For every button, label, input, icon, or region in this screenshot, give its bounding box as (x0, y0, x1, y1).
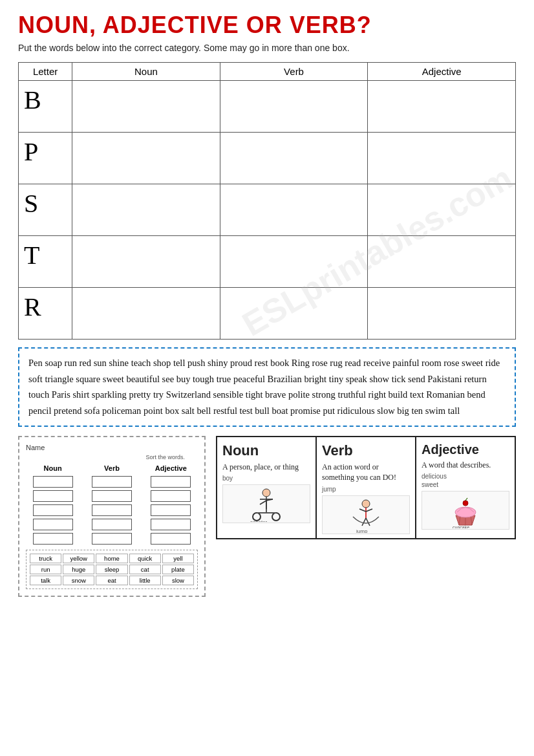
ws-box[interactable] (151, 490, 191, 502)
ws-col-header: Verb (104, 464, 120, 472)
def-noun-desc: A person, place, or thing (222, 462, 310, 473)
ws-box[interactable] (151, 519, 191, 530)
svg-line-14 (362, 518, 366, 526)
ws-box[interactable] (33, 504, 73, 516)
left-worksheet: Name Sort the words. NounVerbAdjective t… (18, 436, 206, 597)
ws-col: Noun (33, 464, 73, 545)
bottom-section: Name Sort the words. NounVerbAdjective t… (18, 436, 516, 597)
def-verb-example: jump (322, 486, 410, 493)
verb-cell[interactable] (220, 184, 368, 236)
ws-word-item: home (96, 554, 127, 563)
col-adjective: Adjective (368, 63, 516, 81)
ws-col-header: Adjective (155, 464, 187, 472)
def-adj-title: Adjective (422, 442, 509, 457)
ws-word-item: yell (162, 554, 194, 563)
verb-cell[interactable] (220, 288, 368, 340)
noun-cell[interactable] (72, 184, 220, 236)
ws-word-bank: truckyellowhomequickyellrunhugesleepcatp… (26, 550, 198, 589)
right-definitions: Noun A person, place, or thing boy (216, 436, 516, 540)
svg-line-22 (465, 498, 467, 501)
ws-word-item: slow (162, 576, 194, 585)
main-table: Letter Noun Verb Adjective BPSTR (18, 62, 516, 340)
ws-box[interactable] (33, 476, 73, 488)
def-adj-desc: A word that describes. (422, 460, 509, 471)
def-adj-example1: delicious (422, 473, 509, 480)
svg-text:jump: jump (356, 528, 368, 533)
adj-cell[interactable] (368, 184, 516, 236)
ws-word-item: sleep (96, 565, 127, 574)
ws-word-item: run (30, 565, 61, 574)
letter-cell: R (19, 288, 72, 340)
ws-word-item: quick (129, 554, 161, 563)
table-row: S (19, 184, 516, 236)
ws-word-item: talk (30, 576, 61, 585)
svg-line-12 (359, 509, 366, 512)
col-verb: Verb (220, 63, 368, 81)
ws-word-item: eat (96, 576, 127, 585)
table-row: P (19, 133, 516, 184)
def-adj-card: Adjective A word that describes. delicio… (415, 436, 516, 540)
ws-box[interactable] (151, 504, 191, 516)
def-adj-example2: sweet (422, 481, 509, 488)
ws-col-header: Noun (44, 464, 62, 472)
ws-box[interactable] (92, 533, 132, 545)
noun-cell[interactable] (72, 288, 220, 340)
svg-point-1 (272, 513, 280, 521)
col-noun: Noun (72, 63, 220, 81)
ws-box[interactable] (33, 519, 73, 530)
adj-cell[interactable] (368, 288, 516, 340)
ws-box[interactable] (151, 476, 191, 488)
noun-image: scooter (222, 484, 310, 523)
svg-line-15 (366, 518, 370, 526)
ws-word-item: plate (162, 565, 194, 574)
table-row: T (19, 236, 516, 288)
ws-word-item: little (129, 576, 161, 585)
ws-box[interactable] (33, 490, 73, 502)
svg-point-5 (262, 489, 270, 497)
ws-word-item: huge (63, 565, 94, 574)
ws-word-item: cat (129, 565, 161, 574)
subtitle: Put the words below into the correct cat… (18, 43, 516, 53)
def-noun-example: boy (222, 475, 310, 482)
verb-cell[interactable] (220, 236, 368, 288)
svg-point-10 (362, 500, 370, 508)
ws-box[interactable] (151, 533, 191, 545)
ws-word-item: snow (63, 576, 94, 585)
letter-cell: T (19, 236, 72, 288)
letter-cell: B (19, 81, 72, 133)
svg-line-13 (366, 509, 372, 512)
page-wrapper: ESLprintables.com NOUN, ADJECTIVE OR VER… (18, 12, 516, 597)
def-verb-card: Verb An action word or something you can… (315, 436, 415, 540)
ws-subtitle: Sort the words. (26, 454, 198, 460)
svg-text:cupcake: cupcake (453, 525, 469, 528)
adj-cell[interactable] (368, 236, 516, 288)
table-row: R (19, 288, 516, 340)
def-verb-desc: An action word or something you can DO! (322, 462, 410, 484)
ws-box[interactable] (92, 490, 132, 502)
ws-col: Adjective (151, 464, 191, 545)
adj-cell[interactable] (368, 81, 516, 133)
ws-col: Verb (92, 464, 132, 545)
letter-cell: P (19, 133, 72, 184)
verb-cell[interactable] (220, 133, 368, 184)
page-title: NOUN, ADJECTIVE OR VERB? (18, 12, 516, 39)
def-noun-title: Noun (222, 442, 310, 459)
ws-box[interactable] (92, 504, 132, 516)
noun-cell[interactable] (72, 133, 220, 184)
adj-cell[interactable] (368, 133, 516, 184)
svg-point-21 (463, 501, 468, 506)
def-noun-card: Noun A person, place, or thing boy (216, 436, 315, 540)
adj-image: cupcake (422, 491, 509, 530)
verb-cell[interactable] (220, 81, 368, 133)
letter-cell: S (19, 184, 72, 236)
ws-box[interactable] (33, 533, 73, 545)
def-verb-title: Verb (322, 442, 410, 459)
noun-cell[interactable] (72, 81, 220, 133)
table-row: B (19, 81, 516, 133)
ws-word-item: yellow (63, 554, 94, 563)
ws-title: Name (26, 444, 198, 451)
ws-box[interactable] (92, 476, 132, 488)
svg-text:scooter: scooter (250, 519, 268, 522)
noun-cell[interactable] (72, 236, 220, 288)
ws-box[interactable] (92, 519, 132, 530)
